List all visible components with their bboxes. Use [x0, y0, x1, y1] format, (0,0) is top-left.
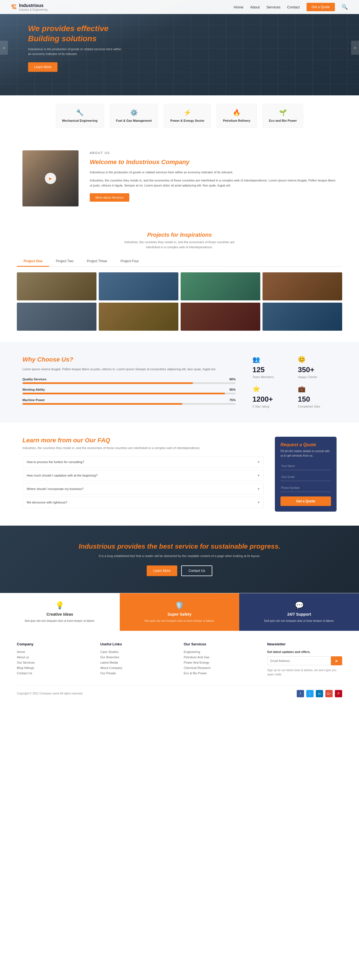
- footer-services: Our Services Engineering Petrolium And G…: [184, 642, 259, 677]
- project-item-1[interactable]: [17, 272, 97, 301]
- stat-team-label: Team Members: [253, 375, 291, 379]
- about-highlight: Industrious Company: [126, 159, 189, 165]
- service-card-mechanical[interactable]: 🔧 Mechanical Engineering: [56, 104, 104, 128]
- tab-project-three[interactable]: Project Three: [80, 256, 114, 267]
- project-item-8[interactable]: [262, 303, 342, 331]
- eco-icon: 🌱: [279, 109, 287, 116]
- faq-item-4[interactable]: We denounce with righteous? ▾: [22, 497, 264, 508]
- service-card-power[interactable]: ⚡ Power & Energy Sector: [164, 104, 211, 128]
- logo[interactable]: 🏗 Industrious Industry & Engineering: [11, 3, 48, 11]
- faq-question-3: Where should I incorporate my business?: [27, 487, 83, 490]
- footer-link-chemical[interactable]: Chemical Research: [184, 666, 259, 670]
- quote-submit-button[interactable]: Get a Quote: [281, 496, 331, 506]
- footer-link-branches[interactable]: Our Branches: [100, 655, 176, 659]
- hero-description: Industrious is the production of goods o…: [28, 47, 123, 57]
- footer-link-media[interactable]: Latest Media: [100, 661, 176, 664]
- footer-link-power-energy[interactable]: Power And Energy: [184, 661, 259, 664]
- feature-creative: 💡 Creative Ideas Sed quis nisi non torqu…: [0, 593, 120, 631]
- quote-form-highlight: Quote: [303, 442, 316, 447]
- services-bar: 🔧 Mechanical Engineering ⚙️ Fuel & Gas M…: [0, 95, 359, 136]
- stat-jobs-label: Completed Jobs: [298, 405, 337, 408]
- nav-search-icon[interactable]: 🔍: [342, 4, 348, 10]
- projects-highlight: Inspirations: [180, 232, 212, 238]
- footer-link-company[interactable]: About Company: [100, 666, 176, 670]
- project-item-6[interactable]: [99, 303, 178, 331]
- project-item-4[interactable]: [262, 272, 342, 301]
- service-card-eco[interactable]: 🌱 Eco and Bio Power: [262, 104, 303, 128]
- footer-newsletter: Newsletter Get latest updates and offers…: [267, 642, 342, 677]
- footer-link-blog[interactable]: Blog Hittings: [17, 666, 92, 670]
- hero-section: ‹ We provides effective Building solutio…: [0, 0, 359, 95]
- cta-learn-button[interactable]: Learn More: [147, 565, 177, 576]
- newsletter-submit[interactable]: ➤: [331, 656, 342, 665]
- nav-about[interactable]: About: [250, 5, 260, 9]
- faq-item-1[interactable]: How to process the funtion for consultin…: [22, 457, 264, 468]
- cta-heading-text: provides the best service for sustainabl…: [117, 542, 281, 550]
- logo-subtitle: Industry & Engineering: [19, 8, 48, 11]
- features-bar: 💡 Creative Ideas Sed quis nisi non torqu…: [0, 593, 359, 631]
- service-card-petroleum[interactable]: 🔥 Petrolium Refinery: [216, 104, 257, 128]
- faq-question-4: We denounce with righteous?: [27, 501, 67, 504]
- nav-services[interactable]: Services: [267, 5, 281, 9]
- social-googleplus[interactable]: G+: [326, 690, 333, 697]
- quote-name-input[interactable]: [281, 462, 331, 470]
- social-pinterest[interactable]: P: [335, 690, 342, 697]
- nav-contact[interactable]: Contact: [287, 5, 300, 9]
- quote-email-input[interactable]: [281, 473, 331, 481]
- tab-project-one[interactable]: Project One: [17, 256, 49, 267]
- service-label-eco: Eco and Bio Power: [269, 119, 297, 123]
- footer-link-petroleum-gas[interactable]: Petrolium And Gas: [184, 655, 259, 659]
- faq-section: Learn more from our Our FAQ Industries, …: [0, 423, 359, 526]
- about-image: ✦ ▶: [22, 150, 78, 207]
- cta-buttons: Learn More Contact Us: [22, 565, 337, 576]
- stat-jobs: 💼 150 Completed Jobs: [298, 385, 337, 408]
- service-label-power: Power & Energy Sector: [170, 119, 205, 123]
- faq-item-2[interactable]: How much should I capitalize with at the…: [22, 470, 264, 481]
- footer-link-people[interactable]: Our People: [100, 671, 176, 675]
- project-item-3[interactable]: [181, 272, 260, 301]
- newsletter-input-row: ➤: [267, 656, 342, 665]
- stat-clients-label: Happy Clients: [298, 375, 337, 379]
- jobs-icon: 💼: [298, 385, 337, 393]
- social-icons: f t in G+ P: [297, 690, 342, 697]
- project-item-5[interactable]: [17, 303, 97, 331]
- footer-link-about[interactable]: About us: [17, 655, 92, 659]
- footer-link-case-studies[interactable]: Case Studies: [100, 650, 176, 654]
- newsletter-input[interactable]: [267, 656, 331, 665]
- project-grid: [17, 272, 342, 331]
- petroleum-icon: 🔥: [233, 109, 240, 116]
- faq-left: Learn more from our Our FAQ Industries, …: [22, 437, 264, 512]
- nav-quote-button[interactable]: Get a Quote: [307, 3, 335, 11]
- project-item-2[interactable]: [99, 272, 178, 301]
- stat-rating-label: 5 Star rating: [253, 405, 291, 408]
- hero-learn-button[interactable]: Learn More: [28, 62, 57, 72]
- why-description: Lorem ipsum viverra feugiat. Pellen tesq…: [22, 367, 236, 372]
- footer-link-eco-bio[interactable]: Eco & Bio Power: [184, 671, 259, 675]
- footer-link-services[interactable]: Our Services: [17, 661, 92, 664]
- faq-heading: Learn more from our Our FAQ: [22, 437, 264, 444]
- fuel-icon: ⚙️: [130, 109, 138, 116]
- faq-item-3[interactable]: Where should I incorporate my business? …: [22, 483, 264, 495]
- faq-arrow-1: ▾: [258, 460, 259, 464]
- social-twitter[interactable]: t: [306, 690, 314, 697]
- faq-sub: Industries, the countries they reside in…: [22, 446, 264, 451]
- footer-link-home[interactable]: Home: [17, 650, 92, 654]
- feature-safety-title: Super Safety: [167, 612, 192, 617]
- project-item-7[interactable]: [181, 303, 260, 331]
- hero-next-button[interactable]: ›: [351, 41, 359, 55]
- nav-links: Home About Services Contact Get a Quote …: [234, 3, 348, 11]
- social-linkedin[interactable]: in: [316, 690, 323, 697]
- service-card-fuel[interactable]: ⚙️ Fuel & Gas Management: [110, 104, 159, 128]
- tab-project-two[interactable]: Project Two: [49, 256, 80, 267]
- feature-creative-desc: Sed quis nisi non torquam duis ut iriure…: [25, 619, 95, 623]
- footer-link-contact[interactable]: Contact Us: [17, 671, 92, 675]
- footer-link-engineering[interactable]: Engineering: [184, 650, 259, 654]
- social-facebook[interactable]: f: [297, 690, 304, 697]
- feature-support-title: 24/7 Support: [287, 612, 311, 617]
- tab-project-four[interactable]: Project Four: [114, 256, 146, 267]
- cta-contact-button[interactable]: Contact Us: [181, 565, 212, 576]
- nav-home[interactable]: Home: [234, 5, 243, 9]
- cta-banner: Industrious provides the best service fo…: [0, 526, 359, 593]
- about-more-button[interactable]: More about Services: [90, 193, 129, 202]
- quote-phone-input[interactable]: [281, 484, 331, 492]
